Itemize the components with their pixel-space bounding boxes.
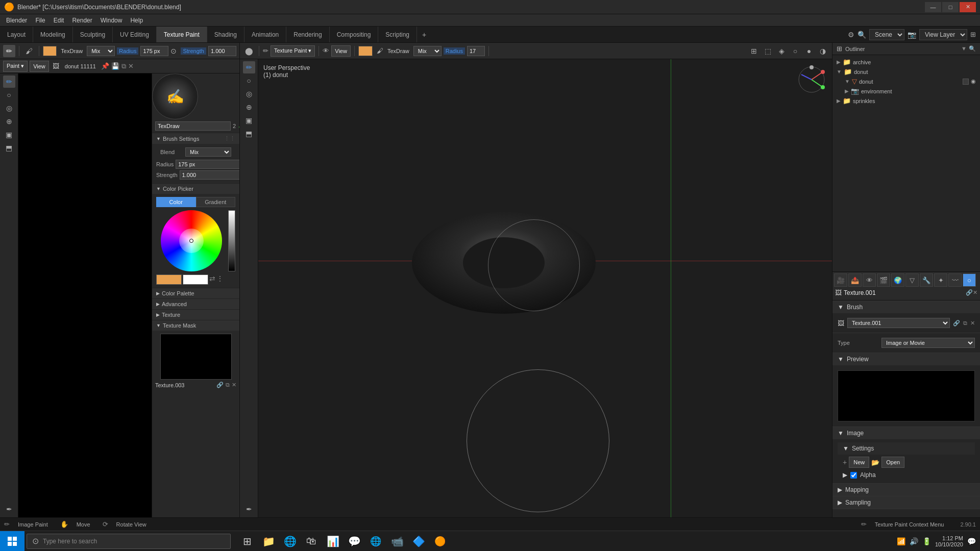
tab-texture-paint[interactable]: Texture Paint — [157, 27, 207, 42]
menu-file[interactable]: File — [31, 16, 49, 25]
brush-texture-select[interactable]: Texture.001 — [847, 318, 950, 328]
render-props-icon[interactable]: 🎥 — [834, 273, 847, 287]
type-select[interactable]: Image or Movie — [881, 338, 975, 348]
color-palette-header[interactable]: ▶ Color Palette — [152, 288, 239, 298]
menu-window[interactable]: Window — [96, 16, 127, 25]
view-props-icon[interactable]: 👁 — [863, 273, 876, 287]
clone-icon[interactable]: ⊕ — [3, 115, 15, 128]
filter-icon-ol[interactable]: ▼ — [961, 45, 967, 52]
xray-icon[interactable]: ◈ — [775, 45, 788, 57]
draw-tool-icon[interactable]: ✏ — [3, 45, 15, 57]
viewlayer-selector[interactable]: View Layer — [919, 29, 967, 40]
tab-rendering[interactable]: Rendering — [286, 27, 329, 42]
menu-edit[interactable]: Edit — [50, 16, 68, 25]
left-canvas[interactable] — [18, 73, 152, 517]
tree-item-sprinkles[interactable]: ▶ 📁 sprinkles — [835, 96, 978, 106]
alpha-checkbox[interactable] — [850, 472, 857, 479]
draw-center-icon[interactable]: ✏ — [243, 61, 255, 73]
soften-center-icon[interactable]: ○ — [243, 74, 255, 87]
tab-scripting[interactable]: Scripting — [378, 27, 417, 42]
browser-btn[interactable]: 🌐 — [280, 531, 300, 552]
maximize-button[interactable]: □ — [942, 2, 959, 12]
brush-section-header[interactable]: ▼ Brush — [832, 301, 980, 313]
mapping-header[interactable]: ▶ Mapping — [832, 484, 980, 496]
particles-icon[interactable]: ✦ — [934, 273, 947, 287]
image-sub-settings[interactable]: ▼ Settings — [838, 442, 975, 455]
background-color[interactable] — [183, 274, 208, 285]
open-btn[interactable]: Open — [881, 457, 904, 468]
output-props-icon[interactable]: 📤 — [848, 273, 862, 287]
sampling-header[interactable]: ▶ Sampling — [832, 496, 980, 509]
overlay-icon[interactable]: ⬚ — [762, 45, 774, 57]
blender-btn[interactable]: 🟠 — [430, 531, 450, 552]
viewport-3d[interactable]: User Perspective (1) donut — [258, 59, 832, 517]
taskbar-clock[interactable]: 1:12 PM 10/10/2020 — [935, 535, 963, 547]
shading-icon[interactable]: ◑ — [817, 45, 829, 57]
clone-center-icon[interactable]: ⊕ — [243, 101, 255, 113]
color-swatch[interactable] — [43, 46, 57, 56]
draw-icon[interactable]: ✏ — [3, 76, 15, 88]
radius-value[interactable] — [176, 160, 239, 169]
annotate-center-icon[interactable]: ✒ — [243, 503, 255, 515]
swap-icon[interactable]: ⇄ — [209, 274, 215, 285]
soften-icon[interactable]: ○ — [3, 89, 15, 101]
brightness-slider[interactable] — [228, 210, 235, 271]
tab-sculpting[interactable]: Sculpting — [73, 27, 113, 42]
physics-icon[interactable]: 〰 — [948, 273, 962, 287]
brush-settings-header[interactable]: ▼ Brush Settings ⋮⋮ — [152, 133, 239, 144]
center-radius[interactable] — [467, 46, 485, 56]
smear-center-icon[interactable]: ◎ — [243, 88, 255, 100]
tex-close-icon[interactable]: ✕ — [232, 382, 236, 388]
app8-btn[interactable]: 📹 — [387, 531, 407, 552]
axis-gizmo[interactable] — [796, 64, 827, 95]
color-tab-gradient[interactable]: Gradient — [196, 197, 236, 207]
taskbar-search-bar[interactable]: ⊙ Type here to search — [27, 534, 231, 549]
viewport-mode-icon[interactable]: ⬤ — [243, 45, 255, 57]
texture-paint-btn[interactable]: Texture Paint ▾ — [271, 45, 315, 57]
center-blend[interactable]: Mix — [413, 46, 442, 56]
blend-select[interactable]: Mix — [185, 147, 231, 157]
edge-btn[interactable]: 🔷 — [408, 531, 429, 552]
tab-compositing[interactable]: Compositing — [330, 27, 379, 42]
task-view-btn[interactable]: ⊞ — [237, 531, 257, 552]
start-button[interactable] — [0, 531, 24, 552]
strength-value[interactable] — [180, 170, 239, 180]
radius-input[interactable] — [140, 46, 168, 56]
object-props-icon[interactable]: ▽ — [905, 273, 919, 287]
tree-item-donut-group[interactable]: ▼ 📁 donut — [835, 67, 978, 77]
color-picker-header[interactable]: ▼ Color Picker — [152, 183, 239, 194]
material-props-icon[interactable]: ○ — [963, 273, 976, 287]
color-tab-color[interactable]: Color — [156, 197, 196, 207]
foreground-color[interactable] — [156, 274, 182, 285]
paint-mode-btn[interactable]: Paint ▾ — [3, 61, 28, 72]
modifier-props-icon[interactable]: 🔧 — [920, 273, 933, 287]
chrome-btn[interactable]: 🌐 — [365, 531, 386, 552]
rendered-icon[interactable]: ● — [803, 45, 815, 57]
world-props-icon[interactable]: 🌍 — [891, 273, 904, 287]
app6-btn[interactable]: 💬 — [344, 531, 364, 552]
texture-header[interactable]: ▶ Texture — [152, 309, 239, 320]
tab-layout[interactable]: Layout — [0, 27, 33, 42]
tab-modeling[interactable]: Modeling — [33, 27, 73, 42]
annotate-icon[interactable]: ✒ — [3, 503, 15, 515]
color-preview[interactable] — [358, 46, 373, 56]
smear-icon[interactable]: ◎ — [3, 102, 15, 114]
menu-help[interactable]: Help — [126, 16, 147, 25]
menu-blender[interactable]: Blender — [2, 16, 31, 25]
new-btn[interactable]: New — [849, 457, 869, 468]
tab-add-button[interactable]: + — [417, 29, 431, 41]
file-explorer-btn[interactable]: 📁 — [258, 531, 279, 552]
app5-btn[interactable]: 📊 — [323, 531, 343, 552]
advanced-header[interactable]: ▶ Advanced — [152, 298, 239, 309]
nav-icon[interactable]: ⊞ — [748, 45, 760, 57]
scene-props-icon[interactable]: 🎬 — [877, 273, 890, 287]
tab-animation[interactable]: Animation — [244, 27, 286, 42]
minimize-button[interactable]: — — [925, 2, 941, 12]
tree-item-environment[interactable]: ▶ 📷 environment — [835, 86, 978, 96]
view-btn2[interactable]: View — [331, 45, 351, 57]
visible-checkbox[interactable] — [963, 79, 969, 85]
tab-uv-editing[interactable]: UV Editing — [113, 27, 157, 42]
color-wheel[interactable] — [161, 210, 222, 271]
close-icon-header[interactable]: ✕ — [973, 289, 977, 296]
search-icon-ol[interactable]: 🔍 — [969, 45, 976, 52]
